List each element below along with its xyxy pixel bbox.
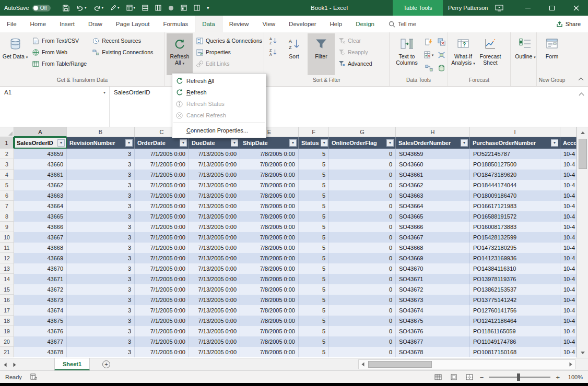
- cell[interactable]: 5: [299, 274, 329, 284]
- qat-record-macro-icon[interactable]: [168, 5, 174, 11]
- row-number[interactable]: 12: [0, 253, 14, 263]
- zoom-slider-thumb[interactable]: [517, 373, 520, 381]
- cell[interactable]: 7/1/2005 0:00: [135, 253, 189, 263]
- cell[interactable]: SO43662: [396, 180, 470, 190]
- cell[interactable]: 7/1/2005 0:00: [135, 336, 189, 347]
- row-number[interactable]: 20: [0, 336, 14, 347]
- scroll-right-icon[interactable]: [567, 360, 575, 369]
- cell[interactable]: 7/8/2005 0:00: [240, 180, 299, 190]
- cell[interactable]: 7/13/2005 0:00: [189, 316, 240, 326]
- cell[interactable]: 3: [67, 316, 135, 326]
- cell[interactable]: 7/13/2005 0:00: [189, 253, 240, 263]
- cell[interactable]: 7/13/2005 0:00: [189, 180, 240, 190]
- header-cell-acco[interactable]: Acco: [560, 137, 577, 149]
- cell[interactable]: 10-4: [560, 263, 577, 274]
- user-name[interactable]: Perry Patterson: [448, 0, 488, 16]
- cell[interactable]: 7/13/2005 0:00: [189, 243, 240, 253]
- cell[interactable]: 5: [299, 316, 329, 326]
- cell[interactable]: 7/13/2005 0:00: [189, 305, 240, 316]
- autosave-pill[interactable]: Off: [32, 5, 51, 11]
- cell[interactable]: 7/1/2005 0:00: [135, 243, 189, 253]
- cell[interactable]: 43661: [14, 170, 67, 180]
- row-number[interactable]: 1: [0, 137, 14, 149]
- cell[interactable]: 7/8/2005 0:00: [240, 274, 299, 284]
- qat-pen-icon[interactable]: ▾: [110, 5, 120, 11]
- cell[interactable]: PO16588191572: [470, 211, 560, 222]
- cell[interactable]: PO16617121983: [470, 201, 560, 211]
- cell[interactable]: SO43663: [396, 190, 470, 201]
- cell[interactable]: PO14384116310: [470, 263, 560, 274]
- header-cell-duedate[interactable]: DueDate▼: [189, 137, 240, 149]
- cell[interactable]: SO43667: [396, 232, 470, 243]
- cell[interactable]: 5: [299, 253, 329, 263]
- cell[interactable]: 0: [329, 243, 396, 253]
- get-data-button[interactable]: Get Data ▾: [2, 33, 29, 75]
- cell[interactable]: 7/1/2005 0:00: [135, 211, 189, 222]
- cell[interactable]: SO43669: [396, 253, 470, 263]
- vertical-scrollbar-thumb[interactable]: [579, 139, 587, 169]
- consolidate-icon[interactable]: [435, 49, 448, 62]
- from-table-range-button[interactable]: From Table/Range: [29, 58, 89, 69]
- cell[interactable]: PO12760141756: [470, 305, 560, 316]
- row-number[interactable]: 9: [0, 222, 14, 232]
- cell[interactable]: 0: [329, 263, 396, 274]
- cell[interactable]: 7/8/2005 0:00: [240, 326, 299, 336]
- data-validation-icon[interactable]: ▾: [422, 49, 435, 62]
- column-header-A[interactable]: A: [14, 127, 67, 137]
- cell[interactable]: 7/13/2005 0:00: [189, 190, 240, 201]
- cell[interactable]: 3: [67, 170, 135, 180]
- cell[interactable]: 7/1/2005 0:00: [135, 305, 189, 316]
- filter-dropdown-icon[interactable]: ▼: [231, 139, 238, 147]
- form-button[interactable]: Form: [538, 33, 566, 75]
- cell[interactable]: 5: [299, 347, 329, 357]
- cell[interactable]: PO13775141242: [470, 295, 560, 305]
- tab-developer[interactable]: Developer: [282, 16, 323, 32]
- select-all-corner[interactable]: [0, 127, 14, 137]
- cell[interactable]: 7/8/2005 0:00: [240, 159, 299, 170]
- cell[interactable]: PO11861165059: [470, 326, 560, 336]
- ribbon-display-options-icon[interactable]: [495, 0, 503, 16]
- cell[interactable]: 3: [67, 190, 135, 201]
- cell[interactable]: 43659: [14, 149, 67, 159]
- row-number[interactable]: 17: [0, 305, 14, 316]
- tab-insert[interactable]: Insert: [53, 16, 81, 32]
- redo-dropdown-icon[interactable]: ▾: [102, 6, 104, 10]
- cell[interactable]: 7/8/2005 0:00: [240, 149, 299, 159]
- header-cell-salesorderid[interactable]: SalesOrderID▼: [14, 137, 67, 149]
- filter-dropdown-icon[interactable]: ▼: [321, 139, 328, 147]
- row-number[interactable]: 14: [0, 274, 14, 284]
- cell[interactable]: 0: [329, 232, 396, 243]
- cell[interactable]: 7/8/2005 0:00: [240, 305, 299, 316]
- row-number[interactable]: 18: [0, 316, 14, 326]
- cell[interactable]: 7/1/2005 0:00: [135, 170, 189, 180]
- cell[interactable]: 10-4: [560, 190, 577, 201]
- cell[interactable]: PO18850127500: [470, 159, 560, 170]
- cell[interactable]: 0: [329, 253, 396, 263]
- cell[interactable]: 43678: [14, 347, 67, 357]
- cell[interactable]: 7/13/2005 0:00: [189, 211, 240, 222]
- minimize-button[interactable]: [516, 0, 540, 16]
- column-header-B[interactable]: B: [67, 127, 135, 137]
- recent-sources-button[interactable]: Recent Sources: [89, 35, 155, 46]
- cell[interactable]: 5: [299, 170, 329, 180]
- cell[interactable]: 3: [67, 305, 135, 316]
- autosave-toggle[interactable]: AutoSave Off: [4, 0, 51, 16]
- filter-dropdown-icon[interactable]: ▼: [57, 139, 65, 147]
- customize-qat-icon[interactable]: ▾: [207, 5, 209, 10]
- cell[interactable]: 7/13/2005 0:00: [189, 159, 240, 170]
- scroll-up-icon[interactable]: [577, 127, 588, 138]
- cell[interactable]: PO18009186470: [470, 190, 560, 201]
- cell[interactable]: 3: [67, 274, 135, 284]
- qat-table-icon-1[interactable]: ▾: [126, 5, 136, 11]
- cell[interactable]: 7/13/2005 0:00: [189, 149, 240, 159]
- cell[interactable]: 43660: [14, 159, 67, 170]
- cell[interactable]: 7/1/2005 0:00: [135, 274, 189, 284]
- column-header-I[interactable]: I: [470, 127, 560, 137]
- row-number[interactable]: 5: [0, 180, 14, 190]
- cell[interactable]: PO14732180295: [470, 243, 560, 253]
- row-number[interactable]: 10: [0, 232, 14, 243]
- row-number[interactable]: 6: [0, 190, 14, 201]
- cell[interactable]: 43676: [14, 326, 67, 336]
- cell[interactable]: 7/13/2005 0:00: [189, 170, 240, 180]
- cell[interactable]: 7/13/2005 0:00: [189, 284, 240, 295]
